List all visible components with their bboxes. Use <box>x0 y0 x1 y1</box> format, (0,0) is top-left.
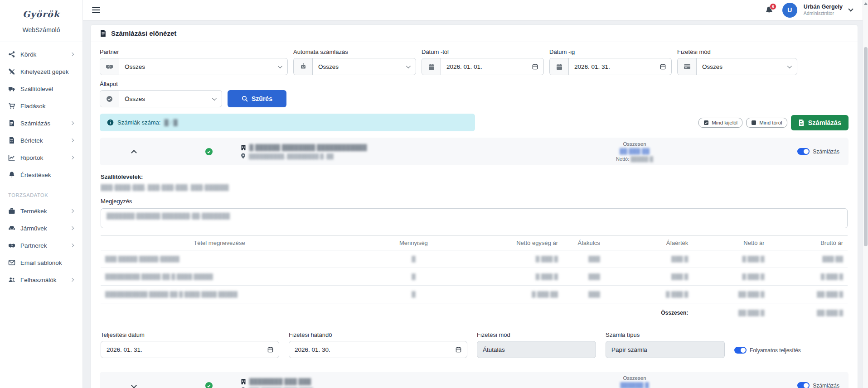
date-picker-icon <box>267 346 273 353</box>
sidebar-item-kihelyezett-gepek[interactable]: Kihelyezett gépek <box>0 63 82 80</box>
items-table: Tétel megnevezése Mennyiség Nettó egység… <box>101 235 848 322</box>
completion-date-input[interactable]: 2026. 01. 31. <box>101 341 279 358</box>
deselect-all-button[interactable]: Mind töröl <box>746 118 787 128</box>
payment-method-select[interactable]: Összes <box>697 58 797 75</box>
sidebar-section-torzsadatok: TÖRZSADATOK <box>0 183 82 202</box>
date-from-input[interactable]: 2026. 01. 01. <box>441 58 543 75</box>
invoice-card-header: ████████ ███ ███ ███ ██████ ████ ████ Ös… <box>100 372 849 388</box>
col-quantity: Mennyiség <box>338 236 489 250</box>
sidebar-item-szallitolevel[interactable]: Szállítólevél <box>0 80 82 97</box>
square-check-icon <box>703 120 709 125</box>
users-icon <box>8 276 15 283</box>
bell-icon <box>8 171 15 178</box>
brand-logo-text: Györök <box>23 9 60 19</box>
net-amount: █████ █ <box>630 156 653 162</box>
invoice-type-input: Papír számla <box>606 341 725 358</box>
app-name: WebSzámoló <box>0 26 82 42</box>
col-vat-value: Áfaérték <box>605 236 693 250</box>
chevron-down-icon <box>406 64 411 68</box>
vertical-scrollbar[interactable] <box>863 0 868 388</box>
col-vat-rate: Áfakulcs <box>563 236 605 250</box>
chevron-up-icon <box>131 150 137 156</box>
sidebar-item-jarmuvek[interactable]: Járművek <box>0 220 82 237</box>
chevron-down-icon <box>278 64 282 68</box>
sidebar-item-label: Értesítések <box>20 172 74 178</box>
date-to-input[interactable]: 2026. 01. 31. <box>569 58 671 75</box>
partner-name: ████████ ███ ███ <box>249 377 311 386</box>
hamburger-menu-icon[interactable] <box>92 5 100 14</box>
file-invoice-dollar-icon: $ <box>798 119 805 126</box>
search-icon <box>242 96 248 102</box>
status-select[interactable]: Összes <box>119 91 222 107</box>
file-contract-icon <box>8 137 15 144</box>
partner-name: █ ██████ ████████ ████████████ <box>249 143 367 152</box>
sidebar-item-label: Körök <box>20 51 66 58</box>
status-check-icon <box>205 148 213 155</box>
collapse-button[interactable] <box>125 149 143 153</box>
chevron-right-icon <box>70 53 74 56</box>
filter-button[interactable]: Szűrés <box>228 90 286 107</box>
table-row: ███ █████ █████-█████ █ █ ███ █ ███ ███ … <box>101 250 848 268</box>
sidebar-item-berletek[interactable]: Bérletek <box>0 132 82 149</box>
credit-card-icon <box>684 63 691 70</box>
date-from-label: Dátum -tól <box>422 48 544 55</box>
chevron-right-icon <box>70 226 74 230</box>
payment-deadline-label: Fizetési határidő <box>289 331 467 338</box>
invoice-button[interactable]: $ Számlázás <box>791 115 849 130</box>
avatar[interactable]: U <box>782 3 797 18</box>
col-net-price: Nettó ár <box>693 236 769 250</box>
sidebar-item-szamlazas[interactable]: Számlázás <box>0 115 82 132</box>
status-check-icon <box>205 382 213 388</box>
billing-toggle[interactable] <box>797 148 810 155</box>
billing-toggle[interactable] <box>797 382 810 388</box>
expand-button[interactable] <box>125 383 143 388</box>
sidebar-item-felhasznalok[interactable]: Felhasználók <box>0 271 82 288</box>
filter-row-1: Partner Összes Automata számlázás <box>100 48 849 75</box>
sidebar-item-label: Felhasználók <box>20 277 66 283</box>
invoice-card-body: Szállítólevelek: ███-████-███, ███-███-█… <box>100 165 849 360</box>
sidebar-item-riportok[interactable]: Riportok <box>0 149 82 166</box>
items-table-header-row: Tétel megnevezése Mennyiség Nettó egység… <box>101 236 848 250</box>
sidebar-item-label: Szállítólevél <box>20 86 74 92</box>
share-nodes-icon <box>8 51 15 58</box>
select-all-button[interactable]: Mind kijelöl <box>698 118 742 128</box>
sidebar-item-label: Bérletek <box>20 137 66 144</box>
note-textarea[interactable]: ███████ ██████ ███████-██-███████ <box>101 208 848 228</box>
payment-method-input: Átutalás <box>477 341 596 358</box>
topbar: 5 U Urbán Gergely Adminisztrátor <box>83 0 868 20</box>
chevron-down-icon[interactable] <box>848 6 853 11</box>
sidebar-item-eladasok[interactable]: Eladások <box>0 97 82 115</box>
totals-gross: ██ ███ █ <box>769 303 848 323</box>
table-row: ███████████ █████ ██ █ ████ ████ █████ █… <box>101 286 848 303</box>
net-label: Nettó: <box>616 156 629 162</box>
sidebar-item-email-sablonok[interactable]: Email sablonok <box>0 254 82 271</box>
sidebar-item-partnerek[interactable]: Partnerek <box>0 237 82 254</box>
note-label: Megjegyzés <box>101 198 848 205</box>
partner-info: ████████ ███ ███ ███ ██████ ████ ████ <box>241 377 797 388</box>
box-icon <box>8 207 15 215</box>
sidebar-item-label: Email sablonok <box>20 259 74 266</box>
notification-badge: 5 <box>770 3 776 10</box>
location-pin-icon <box>241 153 246 159</box>
sidebar-item-ertesitesek[interactable]: Értesítések <box>0 166 82 183</box>
partner-select[interactable]: Összes <box>119 58 287 75</box>
chevron-right-icon <box>70 121 74 125</box>
sidebar-item-label: Járművek <box>20 225 66 232</box>
total-label: Összesen <box>601 140 669 148</box>
auto-billing-select[interactable]: Összes <box>313 58 416 75</box>
sidebar-item-label: Számlázás <box>20 120 66 127</box>
sidebar-item-termekek[interactable]: Termékek <box>0 202 82 220</box>
sidebar-item-korok[interactable]: Körök <box>0 46 82 63</box>
chevron-down-icon <box>212 96 217 101</box>
file-invoice-icon <box>8 120 15 127</box>
user-menu[interactable]: Urbán Gergely Adminisztrátor <box>804 4 843 16</box>
sidebar: Györök WebSzámoló Körök Kihelyezett gépe… <box>0 0 83 388</box>
table-row: █████████ █████ ██ █ ████ █████ █ █ ███ … <box>101 268 848 286</box>
payment-deadline-input[interactable]: 2026. 01. 30. <box>289 341 467 358</box>
sidebar-item-label: Partnerek <box>20 242 66 249</box>
user-role: Adminisztrátor <box>804 10 843 16</box>
scrollbar-thumb[interactable] <box>864 47 868 246</box>
notifications-button[interactable]: 5 <box>765 6 773 14</box>
continuous-fulfillment-toggle[interactable] <box>734 347 747 354</box>
scroll-up-arrow[interactable] <box>864 2 868 5</box>
